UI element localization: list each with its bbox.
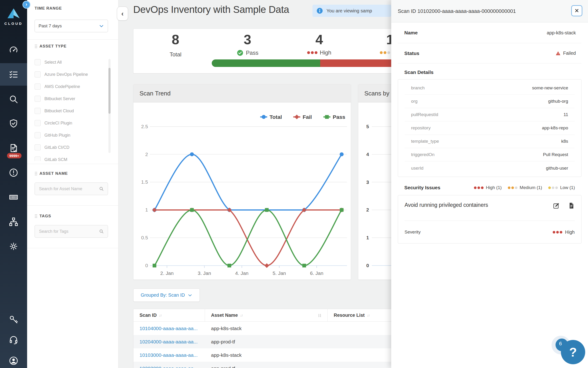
legend-label: Medium (1) bbox=[520, 185, 542, 190]
sidebar-item-support[interactable] bbox=[0, 329, 27, 351]
sidebar: CLOUD 9999+ bbox=[0, 0, 27, 368]
checkbox[interactable] bbox=[35, 156, 41, 161]
scan-id-link[interactable]: 10103000-aaaa-aaaa-aa... bbox=[140, 352, 198, 358]
column-label: Resource List bbox=[334, 313, 365, 318]
scan-id-link[interactable]: 10104000-aaaa-aaaa-aa... bbox=[140, 326, 198, 331]
detail-value: app-k8s-repo bbox=[542, 125, 568, 130]
brand-logo-text: CLOUD bbox=[0, 21, 27, 26]
svg-text:0: 0 bbox=[145, 263, 148, 268]
svg-text:2. Jan: 2. Jan bbox=[160, 270, 174, 276]
detail-row-repository: repositoryapp-k8s-repo bbox=[404, 121, 575, 135]
column-header-asset-name[interactable]: Asset Name↓↑ bbox=[205, 309, 328, 322]
search-icon bbox=[99, 186, 104, 191]
checkbox[interactable] bbox=[35, 120, 41, 126]
divider bbox=[27, 164, 118, 164]
checkbox[interactable] bbox=[35, 71, 41, 77]
svg-text:3. Jan: 3. Jan bbox=[198, 270, 211, 276]
drag-handle-icon[interactable] bbox=[318, 314, 321, 317]
sidebar-item-alerts[interactable] bbox=[0, 161, 27, 184]
checkbox-label: GitLab CI/CD bbox=[44, 145, 70, 150]
chevron-down-icon bbox=[188, 293, 192, 298]
detail-key: repository bbox=[411, 125, 430, 130]
checkbox[interactable] bbox=[35, 108, 41, 114]
edit-icon[interactable] bbox=[553, 202, 560, 209]
alert-circle-icon bbox=[9, 167, 19, 178]
document-check-icon bbox=[9, 143, 19, 153]
sidebar-item-dashboard[interactable] bbox=[0, 39, 27, 61]
column-label: Scan ID bbox=[140, 313, 157, 318]
checkbox-label: CircleCI Plugin bbox=[44, 121, 72, 126]
grouped-by-button[interactable]: Grouped By: Scan ID bbox=[133, 288, 200, 302]
svg-text:0.5: 0.5 bbox=[141, 235, 148, 240]
svg-text:6. Jan: 6. Jan bbox=[310, 270, 324, 276]
cell-asset-name: app-k8s-stack bbox=[205, 352, 328, 358]
checkbox-label: GitLab SCM bbox=[44, 157, 67, 161]
svg-text:1: 1 bbox=[366, 235, 369, 240]
svg-text:2: 2 bbox=[366, 207, 369, 212]
sidebar-item-inventory[interactable] bbox=[0, 63, 27, 86]
checkbox[interactable] bbox=[35, 59, 41, 65]
sidebar-item-search[interactable] bbox=[0, 88, 27, 110]
checkbox[interactable] bbox=[35, 96, 41, 102]
checkbox[interactable] bbox=[35, 144, 41, 150]
time-range-label: TIME RANGE bbox=[35, 6, 62, 11]
cell-asset-name: app-prod-tf bbox=[205, 339, 328, 345]
status-label: Status bbox=[404, 51, 419, 56]
question-mark-icon: ? bbox=[569, 345, 577, 359]
name-row: Name app-k8s-stack bbox=[398, 22, 581, 43]
time-range-value: Past 7 days bbox=[39, 23, 62, 28]
info-icon bbox=[316, 7, 323, 14]
close-button[interactable]: ✕ bbox=[571, 5, 582, 16]
sidebar-expand-button[interactable]: › bbox=[22, 1, 30, 9]
sort-icon[interactable]: ↓↑ bbox=[367, 313, 369, 317]
check-circle-icon bbox=[237, 49, 244, 56]
svg-text:5. Jan: 5. Jan bbox=[272, 270, 286, 276]
tags-search-input[interactable] bbox=[39, 229, 97, 234]
checkbox-label: AWS CodePipeline bbox=[44, 84, 80, 89]
help-button[interactable]: ? bbox=[561, 340, 585, 364]
sidebar-item-containers[interactable] bbox=[0, 186, 27, 208]
column-header-scan-id[interactable]: Scan ID↓↑ bbox=[133, 309, 205, 322]
sidebar-item-resources[interactable] bbox=[0, 211, 27, 233]
sample-data-banner: You are viewing samp bbox=[312, 5, 391, 17]
sidebar-item-profile[interactable] bbox=[0, 350, 27, 368]
document-icon[interactable] bbox=[568, 202, 575, 209]
sidebar-item-settings[interactable] bbox=[0, 235, 27, 258]
stat-total: 8Total bbox=[170, 33, 182, 58]
detail-value: github-org bbox=[548, 99, 568, 104]
sidebar-item-access-keys[interactable] bbox=[0, 308, 27, 331]
checkbox[interactable] bbox=[35, 132, 41, 138]
detail-value: 11 bbox=[563, 112, 568, 117]
asset-type-label: ASSET TYPE bbox=[35, 44, 67, 49]
stat-label: High bbox=[320, 49, 331, 56]
stat-indicator-row: Pass bbox=[237, 49, 258, 56]
sort-icon[interactable]: ↓↑ bbox=[240, 313, 243, 317]
cell-scan-id: 10204000-aaaa-aaaa-aa... bbox=[133, 339, 205, 345]
scrollbar-thumb[interactable] bbox=[108, 68, 111, 114]
svg-text:0: 0 bbox=[366, 263, 369, 268]
status-text: Failed bbox=[563, 51, 576, 56]
issue-title: Avoid running privileged containers bbox=[404, 202, 488, 208]
asset-name-search-input[interactable] bbox=[39, 186, 97, 192]
headset-icon bbox=[9, 335, 19, 345]
asset-type-option: GitLab SCM bbox=[35, 154, 106, 161]
stat-label: Total bbox=[170, 51, 182, 58]
drag-handle-icon bbox=[35, 44, 37, 48]
checkbox[interactable] bbox=[35, 83, 41, 90]
devops-inventory-page: CLOUD 9999+ › TIME RANGE Past 7 days ASS… bbox=[0, 0, 588, 368]
time-range-select[interactable]: Past 7 days bbox=[35, 20, 108, 32]
sidebar-item-compliance[interactable] bbox=[0, 112, 27, 135]
scan-details-rows: branchsome-new-serviceorggithub-orgpullR… bbox=[398, 82, 581, 175]
scan-trend-card: Scan Trend 00.511.522.52. Jan3. Jan4. Ja… bbox=[133, 84, 351, 280]
sort-icon[interactable]: ↓↑ bbox=[159, 313, 161, 317]
asset-type-option: Bitbucket Server bbox=[35, 93, 106, 105]
svg-text:2: 2 bbox=[145, 152, 148, 157]
collapse-filters-button[interactable]: ‹ bbox=[117, 7, 128, 21]
grouped-by-label: Grouped By: Scan ID bbox=[141, 293, 185, 298]
shield-check-icon bbox=[9, 118, 19, 129]
scan-trend-chart: 00.511.522.52. Jan3. Jan4. Jan5. Jan6. J… bbox=[133, 102, 351, 280]
scan-id-link[interactable]: 10204000-aaaa-aaaa-aa... bbox=[140, 339, 198, 344]
scan-id-link[interactable]: 10203000-aaaa-aaaa-aa... bbox=[140, 366, 198, 368]
asset-name-search bbox=[35, 183, 108, 195]
detail-row-branch: branchsome-new-service bbox=[404, 82, 575, 95]
